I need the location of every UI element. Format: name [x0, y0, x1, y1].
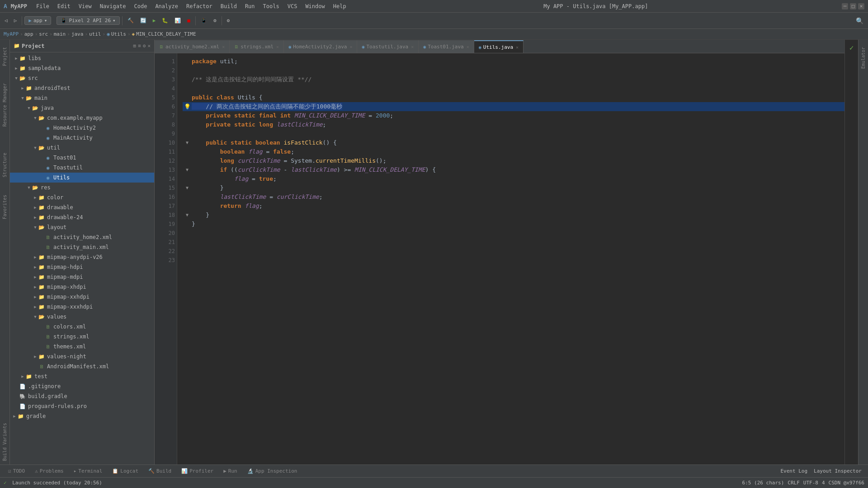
tree-item-libs[interactable]: ▶ 📁 libs — [10, 53, 154, 63]
menu-build[interactable]: Build — [217, 2, 241, 10]
project-tab[interactable]: Project — [1, 43, 9, 70]
structure-tab[interactable]: Structure — [1, 149, 9, 181]
fold-btn-18[interactable]: ▼ — [186, 211, 189, 220]
tree-item-mipmap-anydpi[interactable]: ▶ 📁 mipmap-anydpi-v26 — [10, 252, 154, 262]
tree-item-gitignore[interactable]: ▶ 📄 .gitignore — [10, 381, 154, 391]
tree-item-utils[interactable]: ▶ ◉ Utils — [10, 173, 154, 183]
tree-item-strings[interactable]: ▶ 🗎 strings.xml — [10, 332, 154, 342]
hint-bulb[interactable]: 💡 — [184, 102, 191, 111]
fold-btn-10[interactable]: ▼ — [186, 138, 189, 147]
status-position[interactable]: 6:5 (26 chars) — [742, 480, 784, 486]
tree-item-color[interactable]: ▶ 📁 color — [10, 192, 154, 202]
toolbar-back-btn[interactable]: ◁ — [2, 16, 10, 25]
tab-close-utils[interactable]: ✕ — [516, 45, 519, 50]
tree-item-homeactivity2[interactable]: ▶ ◉ HomeActivity2 — [10, 123, 154, 133]
app-inspection-tab[interactable]: 🔬 App Inspection — [243, 467, 302, 475]
menu-window[interactable]: Window — [302, 2, 328, 10]
sync-btn[interactable]: 🔄 — [137, 16, 149, 25]
problems-tab[interactable]: ⚠ Problems — [30, 467, 68, 475]
breadcrumb-src[interactable]: src — [39, 31, 48, 37]
tree-item-values-night[interactable]: ▶ 📁 values-night — [10, 352, 154, 361]
tree-item-main[interactable]: ▼ 📂 main — [10, 93, 154, 103]
logcat-tab[interactable]: 📋 Logcat — [108, 467, 143, 475]
profiler-tab[interactable]: 📊 Profiler — [177, 467, 218, 475]
emulator-tab[interactable]: Emulator — [859, 43, 867, 72]
tree-item-drawable[interactable]: ▶ 📁 drawable — [10, 202, 154, 212]
maximize-button[interactable]: □ — [850, 3, 856, 9]
tab-close-strings[interactable]: ✕ — [276, 44, 279, 49]
tree-item-src[interactable]: ▼ 📂 src — [10, 73, 154, 83]
breadcrumb-java[interactable]: java — [71, 31, 84, 37]
project-scope-btn[interactable]: ⊞ — [133, 43, 137, 49]
favorites-tab[interactable]: Favorites — [1, 191, 9, 223]
tab-close-toastutil[interactable]: ✕ — [411, 44, 414, 49]
close-button[interactable]: ✕ — [858, 3, 864, 9]
run-tab[interactable]: ▶ Run — [219, 467, 242, 475]
profile-btn[interactable]: 📊 — [172, 16, 184, 25]
menu-analyze[interactable]: Analyze — [151, 2, 182, 10]
tree-item-build-gradle[interactable]: ▶ 🐘 build.gradle — [10, 391, 154, 401]
tree-item-util[interactable]: ▼ 📂 util — [10, 143, 154, 153]
fold-btn-13[interactable]: ▼ — [186, 165, 189, 174]
menu-edit[interactable]: Edit — [54, 2, 74, 10]
todo-tab[interactable]: ☑ TODO — [4, 467, 29, 475]
toolbar-forward-btn[interactable]: ▷ — [11, 16, 20, 25]
stop-btn[interactable]: ■ — [184, 16, 193, 25]
breadcrumb-myapp[interactable]: MyAPP — [4, 31, 19, 37]
tab-toast01[interactable]: ◉ Toast01.java ✕ — [419, 40, 474, 53]
avd-btn[interactable]: 📱 — [198, 16, 210, 25]
code-content[interactable]: package util; /** 这是点击按钮之间的时间间隔设置 **// — [177, 53, 844, 465]
resource-manager-tab[interactable]: Resource Manager — [1, 80, 9, 130]
tree-item-mainactivity[interactable]: ▶ ◉ MainActivity — [10, 133, 154, 143]
layout-inspector-btn[interactable]: Layout Inspector — [811, 467, 864, 475]
tab-utils[interactable]: ◉ Utils.java ✕ — [474, 40, 524, 53]
toolbar-settings[interactable]: ⚙ — [224, 16, 233, 25]
menu-help[interactable]: Help — [330, 2, 350, 10]
tree-item-res[interactable]: ▼ 📂 res — [10, 183, 154, 192]
menu-file[interactable]: File — [33, 2, 53, 10]
tree-item-test[interactable]: ▶ 📁 test — [10, 371, 154, 381]
menu-vcs[interactable]: VCS — [284, 2, 301, 10]
tree-item-mipmap-xxhdpi[interactable]: ▶ 📁 mipmap-xxhdpi — [10, 292, 154, 302]
menu-tools[interactable]: Tools — [259, 2, 283, 10]
fold-btn-15[interactable]: ▼ — [186, 183, 189, 192]
tab-close-activity-home2[interactable]: ✕ — [222, 44, 225, 49]
breadcrumb-util[interactable]: util — [89, 31, 101, 37]
tab-close-homeactivity2[interactable]: ✕ — [349, 44, 352, 49]
make-project-btn[interactable]: 🔨 — [125, 16, 137, 25]
tree-item-sampledata[interactable]: ▶ 📁 sampledata — [10, 63, 154, 73]
tree-item-mipmap-xhdpi[interactable]: ▶ 📁 mipmap-xhdpi — [10, 282, 154, 292]
tree-item-androidtest[interactable]: ▶ 📁 androidTest — [10, 83, 154, 93]
tree-item-gradle-root[interactable]: ▶ 📁 gradle — [10, 411, 154, 421]
breadcrumb-main[interactable]: main — [54, 31, 66, 37]
build-tab[interactable]: 🔨 Build — [144, 467, 176, 475]
minimize-button[interactable]: ─ — [842, 3, 848, 9]
status-charset[interactable]: UTF-8 — [803, 480, 818, 486]
tree-item-proguard[interactable]: ▶ 📄 proguard-rules.pro — [10, 401, 154, 411]
tree-item-mipmap-hdpi[interactable]: ▶ 📁 mipmap-hdpi — [10, 262, 154, 272]
project-collapse-btn[interactable]: ≡ — [138, 43, 141, 49]
run-config-dropdown[interactable]: ▶ app ▾ — [24, 16, 51, 25]
tab-close-toast01[interactable]: ✕ — [467, 44, 469, 49]
tree-item-mipmap-xxxhdpi[interactable]: ▶ 📁 mipmap-xxxhdpi — [10, 302, 154, 312]
menu-run[interactable]: Run — [241, 2, 259, 10]
status-crlf[interactable]: CRLF — [788, 480, 800, 486]
project-close-btn[interactable]: ✕ — [147, 43, 151, 49]
tab-activity-home2[interactable]: 🗎 activity_home2.xml ✕ — [155, 40, 230, 53]
tree-item-themes[interactable]: ▶ 🗎 themes.xml — [10, 342, 154, 352]
menu-refactor[interactable]: Refactor — [183, 2, 216, 10]
tree-item-java[interactable]: ▼ 📂 java — [10, 103, 154, 113]
status-indent[interactable]: 4 — [822, 480, 825, 486]
breadcrumb-app[interactable]: app — [24, 31, 33, 37]
run-btn[interactable]: ▶ — [150, 16, 159, 25]
tab-homeactivity2[interactable]: ◉ HomeActivity2.java ✕ — [284, 40, 357, 53]
tree-item-drawable24[interactable]: ▶ 📁 drawable-24 — [10, 212, 154, 222]
menu-navigate[interactable]: Navigate — [96, 2, 130, 10]
breadcrumb-utils[interactable]: ◉ Utils — [107, 31, 126, 37]
build-variants-tab[interactable]: Build Variants — [1, 419, 9, 465]
device-dropdown[interactable]: 📱 Pixel 2 API 26 ▾ — [57, 16, 119, 25]
tree-item-activity-main[interactable]: ▶ 🗎 activity_main.xml — [10, 242, 154, 252]
project-settings-btn[interactable]: ⚙ — [143, 43, 146, 49]
tab-strings[interactable]: 🗎 strings.xml ✕ — [230, 40, 284, 53]
tree-item-mipmap-mdpi[interactable]: ▶ 📁 mipmap-mdpi — [10, 272, 154, 282]
